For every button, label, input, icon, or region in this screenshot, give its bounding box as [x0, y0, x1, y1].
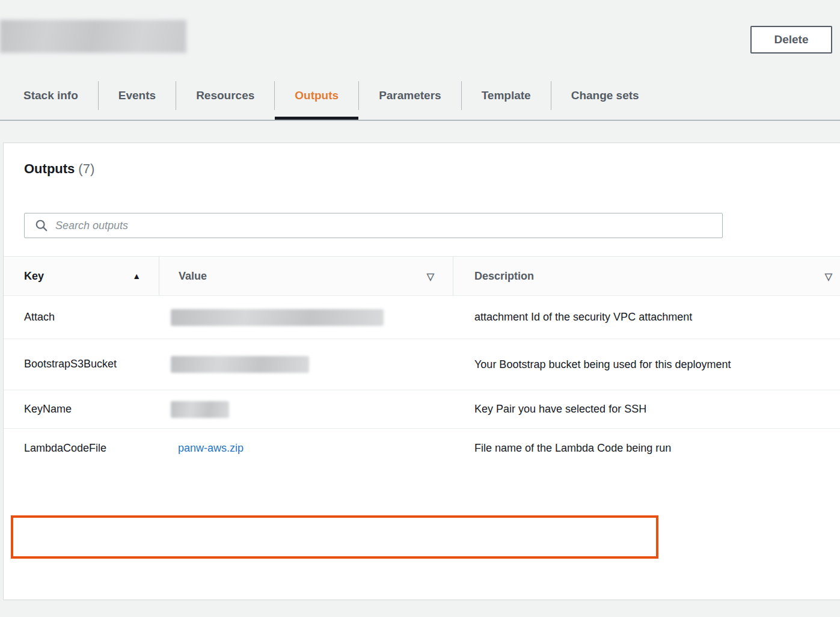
row-key-text: LambdaCodeFile — [24, 440, 106, 458]
tab-resources[interactable]: Resources — [176, 72, 274, 120]
table-row: KeyNameKey Pair you have selected for SS… — [4, 390, 840, 429]
tab-outputs[interactable]: Outputs — [275, 72, 358, 120]
row-description-text: Key Pair you have selected for SSH — [474, 400, 646, 419]
tabs-bar: Stack infoEventsResourcesOutputsParamete… — [0, 72, 840, 121]
row-value — [159, 309, 453, 326]
row-key: BootstrapS3Bucket — [4, 355, 159, 373]
redacted-value — [171, 401, 229, 418]
row-value — [159, 356, 453, 373]
redacted-value — [171, 309, 384, 326]
tab-change-sets[interactable]: Change sets — [551, 72, 659, 120]
row-value: panw-aws.zip — [159, 442, 453, 455]
column-header-description[interactable]: Description▽ — [453, 257, 840, 295]
row-description-text: Your Bootstrap bucket being used for thi… — [474, 355, 731, 374]
filter-icon[interactable]: ▽ — [825, 271, 832, 282]
search-icon — [35, 219, 48, 232]
tab-events[interactable]: Events — [99, 72, 176, 120]
row-description: File name of the Lambda Code being run — [453, 439, 840, 458]
outputs-title: Outputs — [24, 161, 75, 176]
search-box — [24, 213, 723, 238]
page-title: Outputs(7) — [24, 161, 94, 177]
table-row: Attachattachment Id of the security VPC … — [4, 296, 840, 339]
row-description-text: attachment Id of the security VPC attach… — [474, 308, 692, 327]
row-key: LambdaCodeFile — [4, 440, 159, 458]
row-key-text: KeyName — [24, 401, 72, 419]
row-key: Attach — [4, 308, 159, 327]
stack-name-redacted — [0, 20, 186, 53]
table-row: LambdaCodeFilepanw-aws.zipFile name of t… — [4, 429, 840, 468]
redacted-value — [171, 356, 309, 373]
column-header-key[interactable]: Key▲ — [4, 257, 159, 295]
column-label: Key — [24, 270, 44, 283]
outputs-table: Key▲Value▽Description▽ Attachattachment … — [4, 256, 840, 468]
row-value — [159, 401, 453, 418]
table-body: Attachattachment Id of the security VPC … — [4, 296, 840, 468]
outputs-panel: Outputs(7) Key▲Value▽Description▽ Attach… — [3, 143, 840, 600]
table-row: BootstrapS3BucketYour Bootstrap bucket b… — [4, 339, 840, 390]
column-header-value[interactable]: Value▽ — [159, 257, 453, 295]
tab-parameters[interactable]: Parameters — [359, 72, 461, 120]
row-description: Key Pair you have selected for SSH — [453, 400, 840, 419]
row-key: KeyName — [4, 401, 159, 419]
value-link[interactable]: panw-aws.zip — [178, 442, 244, 454]
sort-ascending-icon[interactable]: ▲ — [132, 271, 141, 281]
row-key-text: Attach — [24, 308, 55, 327]
column-label: Description — [474, 270, 534, 283]
tab-stack-info[interactable]: Stack info — [4, 72, 98, 120]
search-input[interactable] — [54, 213, 722, 238]
row-key-text: BootstrapS3Bucket — [24, 355, 117, 373]
row-description: Your Bootstrap bucket being used for thi… — [453, 355, 840, 374]
filter-icon[interactable]: ▽ — [427, 271, 434, 282]
outputs-count: (7) — [78, 161, 94, 176]
column-label: Value — [179, 270, 207, 283]
row-description-text: File name of the Lambda Code being run — [474, 439, 671, 458]
table-header-row: Key▲Value▽Description▽ — [4, 256, 840, 296]
delete-button[interactable]: Delete — [750, 26, 832, 54]
tab-template[interactable]: Template — [462, 72, 551, 120]
cloudformation-stack-page: Delete Stack infoEventsResourcesOutputsP… — [0, 0, 840, 617]
row-description: attachment Id of the security VPC attach… — [453, 308, 840, 327]
